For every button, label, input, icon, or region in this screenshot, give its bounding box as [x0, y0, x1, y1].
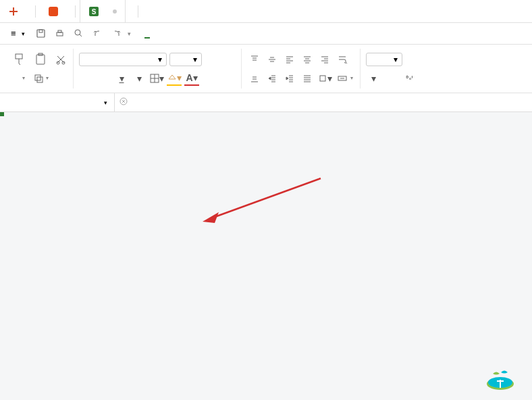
currency-button[interactable]: ▾ — [366, 71, 381, 86]
cancel-formula-icon[interactable] — [119, 97, 128, 109]
file-menu[interactable]: ≡ ▾ — [5, 26, 30, 41]
format-painter-icon[interactable] — [9, 51, 28, 68]
ribbon-tabs — [147, 30, 277, 38]
svg-text:S: S — [92, 8, 97, 16]
number-format-select[interactable]: ▾ — [366, 53, 402, 66]
print-button[interactable] — [52, 26, 68, 42]
text-color-button[interactable]: A▾ — [184, 71, 199, 86]
svg-rect-2 — [49, 7, 58, 16]
italic-button[interactable] — [97, 71, 111, 86]
save-button[interactable] — [33, 26, 49, 42]
decrease-font-button[interactable] — [222, 52, 237, 67]
svg-rect-11 — [36, 55, 45, 64]
watermark-logo-icon — [486, 370, 514, 391]
ribbon-group-font: ▾ ▾ ▾ ▾ ▾ ▾ A▾ — [75, 49, 242, 89]
tab-separator — [35, 5, 36, 18]
template-icon — [48, 6, 59, 17]
svg-line-23 — [209, 178, 321, 219]
percent-button[interactable] — [383, 71, 398, 86]
name-box[interactable]: ▾ — [0, 93, 115, 111]
tab-separator — [75, 5, 76, 18]
cut-button[interactable] — [53, 53, 69, 66]
align-middle-button[interactable] — [265, 52, 280, 67]
wps-logo-icon — [8, 6, 19, 17]
align-right-button[interactable] — [317, 52, 332, 67]
align-bottom-button[interactable] — [247, 71, 262, 86]
chevron-down-icon[interactable]: ▾ — [128, 30, 131, 37]
redo-button[interactable] — [109, 26, 125, 42]
ribbon: ▾ ▾ ▾ ▾ ▾ ▾ ▾ ▾ A▾ — [0, 45, 532, 93]
justify-button[interactable] — [300, 71, 315, 86]
formula-bar[interactable] — [115, 93, 532, 111]
svg-rect-10 — [16, 54, 22, 59]
modified-indicator-icon — [113, 9, 117, 14]
svg-point-9 — [75, 30, 80, 35]
increase-indent-button[interactable] — [282, 71, 297, 86]
comma-style-button[interactable]: °◦° — [401, 71, 416, 86]
increase-font-button[interactable] — [205, 52, 219, 67]
svg-rect-16 — [37, 77, 43, 82]
formula-bar-row: ▾ — [0, 93, 532, 112]
ribbon-group-number: ▾ ▾ °◦° — [362, 49, 420, 89]
chevron-down-icon: ▾ — [104, 99, 107, 106]
border-button[interactable]: ▾ — [149, 71, 164, 86]
watermark — [486, 370, 518, 392]
merge-cells-button[interactable]: ▾ — [335, 72, 356, 84]
fill-handle[interactable] — [0, 112, 4, 116]
app-tab-template[interactable] — [40, 0, 71, 22]
strikethrough-button[interactable]: ▾ — [132, 71, 147, 86]
font-family-select[interactable]: ▾ — [79, 53, 167, 66]
svg-rect-8 — [58, 30, 61, 32]
app-tab-document[interactable]: S — [80, 0, 126, 22]
font-size-select[interactable]: ▾ — [169, 53, 202, 66]
underline-button[interactable]: ▾ — [114, 71, 129, 86]
ribbon-group-clipboard: ▾ ▾ — [5, 49, 74, 89]
spreadsheet-icon: S — [88, 6, 99, 17]
title-bar: S — [0, 0, 532, 23]
quick-access-toolbar: ≡ ▾ ▾ — [5, 26, 131, 42]
svg-rect-15 — [35, 75, 41, 80]
print-preview-button[interactable] — [71, 26, 87, 42]
bold-button[interactable] — [79, 71, 94, 86]
chevron-down-icon: ▾ — [22, 30, 25, 37]
undo-button[interactable] — [90, 26, 106, 42]
align-center-button[interactable] — [300, 52, 315, 67]
svg-rect-18 — [320, 76, 325, 81]
wrap-text-button[interactable] — [335, 53, 351, 66]
svg-text:°◦°: °◦° — [406, 74, 413, 82]
ribbon-group-align: ▾ ▾ — [243, 49, 361, 89]
tab-separator — [138, 5, 138, 18]
copy-button[interactable]: ▾ — [30, 72, 51, 85]
svg-marker-24 — [203, 212, 219, 223]
paste-button[interactable]: ▾ — [18, 74, 28, 82]
svg-rect-7 — [57, 32, 63, 36]
align-top-button[interactable] — [247, 52, 262, 67]
menu-bar: ≡ ▾ ▾ — [0, 23, 532, 45]
menu-icon: ≡ — [11, 28, 16, 39]
decrease-indent-button[interactable] — [265, 71, 280, 86]
svg-rect-5 — [37, 30, 45, 37]
app-tab-wps[interactable] — [0, 0, 31, 22]
paste-icon[interactable] — [31, 51, 50, 68]
orientation-button[interactable]: ▾ — [317, 71, 332, 86]
fill-color-button[interactable]: ▾ — [167, 71, 182, 86]
format-painter-button[interactable] — [9, 77, 15, 80]
svg-rect-1 — [13, 7, 14, 16]
annotation-arrow-icon — [135, 166, 473, 301]
align-left-button[interactable] — [282, 52, 297, 67]
